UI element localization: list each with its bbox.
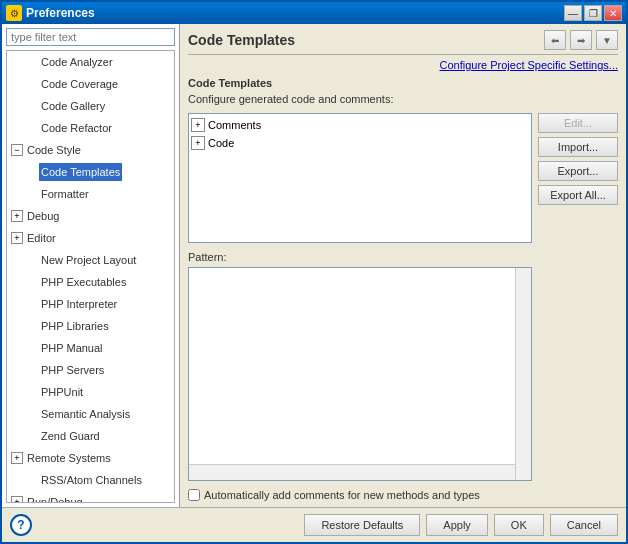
window-controls: — ❐ ✕ xyxy=(564,5,622,21)
templates-panel: +Comments+Code Pattern: xyxy=(188,113,532,481)
tree-item-zend-guard[interactable]: Zend Guard xyxy=(7,425,174,447)
tree-expander-editor[interactable]: + xyxy=(11,232,23,244)
tree-item-editor[interactable]: +Editor xyxy=(7,227,174,249)
tree-label-debug: Debug xyxy=(25,207,61,225)
template-label-comments: Comments xyxy=(208,119,261,131)
tree-container[interactable]: Code AnalyzerCode CoverageCode GalleryCo… xyxy=(6,50,175,503)
tree-item-new-project-layout[interactable]: New Project Layout xyxy=(7,249,174,271)
tree-item-php-executables[interactable]: PHP Executables xyxy=(7,271,174,293)
tree-item-code-style[interactable]: −Code Style xyxy=(7,139,174,161)
tree-label-code-templates: Code Templates xyxy=(39,163,122,181)
forward-button[interactable]: ➡ xyxy=(570,30,592,50)
side-buttons: Edit... Import... Export... Export All..… xyxy=(538,113,618,481)
template-label-code: Code xyxy=(208,137,234,149)
left-panel: Code AnalyzerCode CoverageCode GalleryCo… xyxy=(2,24,180,507)
right-header: Code Templates ⬅ ➡ ▼ xyxy=(188,30,618,55)
main-area: +Comments+Code Pattern: Edit... Import..… xyxy=(188,113,618,481)
tree-label-code-analyzer: Code Analyzer xyxy=(39,53,115,71)
tree-label-run-debug: Run/Debug xyxy=(25,493,85,503)
tree-item-debug[interactable]: +Debug xyxy=(7,205,174,227)
tree-label-zend-guard: Zend Guard xyxy=(39,427,102,445)
cancel-button[interactable]: Cancel xyxy=(550,514,618,536)
tree-item-php-interpreter[interactable]: PHP Interpreter xyxy=(7,293,174,315)
ok-button[interactable]: OK xyxy=(494,514,544,536)
tree-item-remote-systems[interactable]: +Remote Systems xyxy=(7,447,174,469)
template-item-code[interactable]: +Code xyxy=(191,134,529,152)
import-button[interactable]: Import... xyxy=(538,137,618,157)
horizontal-scrollbar[interactable] xyxy=(189,464,515,480)
section-title: Code Templates xyxy=(188,77,618,89)
tree-item-rss-atom[interactable]: RSS/Atom Channels xyxy=(7,469,174,491)
pattern-label: Pattern: xyxy=(188,251,532,263)
tree-label-remote-systems: Remote Systems xyxy=(25,449,113,467)
tree-expander-code-style[interactable]: − xyxy=(11,144,23,156)
close-button[interactable]: ✕ xyxy=(604,5,622,21)
help-button[interactable]: ? xyxy=(10,514,32,536)
page-title: Code Templates xyxy=(188,32,295,48)
tree-item-phpunit[interactable]: PHPUnit xyxy=(7,381,174,403)
tree-item-semantic-analysis[interactable]: Semantic Analysis xyxy=(7,403,174,425)
tree-item-code-analyzer[interactable]: Code Analyzer xyxy=(7,51,174,73)
tree-expander-remote-systems[interactable]: + xyxy=(11,452,23,464)
tree-label-code-gallery: Code Gallery xyxy=(39,97,107,115)
title-bar: ⚙ Preferences — ❐ ✕ xyxy=(2,2,626,24)
tree-expander-debug[interactable]: + xyxy=(11,210,23,222)
edit-button[interactable]: Edit... xyxy=(538,113,618,133)
configure-link[interactable]: Configure Project Specific Settings... xyxy=(188,59,618,71)
auto-comments-checkbox[interactable] xyxy=(188,489,200,501)
section-desc: Configure generated code and comments: xyxy=(188,93,618,105)
tree-label-editor: Editor xyxy=(25,229,58,247)
checkbox-label: Automatically add comments for new metho… xyxy=(204,489,480,501)
tree-label-semantic-analysis: Semantic Analysis xyxy=(39,405,132,423)
main-content: Code AnalyzerCode CoverageCode GalleryCo… xyxy=(2,24,626,507)
tree-item-php-libraries[interactable]: PHP Libraries xyxy=(7,315,174,337)
preferences-window: ⚙ Preferences — ❐ ✕ Code AnalyzerCode Co… xyxy=(0,0,628,544)
window-icon: ⚙ xyxy=(6,5,22,21)
export-all-button[interactable]: Export All... xyxy=(538,185,618,205)
tree-label-code-style: Code Style xyxy=(25,141,83,159)
tree-label-php-executables: PHP Executables xyxy=(39,273,128,291)
tree-label-rss-atom: RSS/Atom Channels xyxy=(39,471,144,489)
bottom-right-buttons: Restore Defaults Apply OK Cancel xyxy=(304,514,618,536)
tree-label-php-manual: PHP Manual xyxy=(39,339,105,357)
template-expander-comments[interactable]: + xyxy=(191,118,205,132)
tree-label-php-libraries: PHP Libraries xyxy=(39,317,111,335)
filter-input[interactable] xyxy=(6,28,175,46)
window-title: Preferences xyxy=(26,6,560,20)
templates-tree[interactable]: +Comments+Code xyxy=(188,113,532,243)
tree-expander-run-debug[interactable]: + xyxy=(11,496,23,503)
tree-label-new-project-layout: New Project Layout xyxy=(39,251,138,269)
tree-item-php-manual[interactable]: PHP Manual xyxy=(7,337,174,359)
tree-label-code-refactor: Code Refactor xyxy=(39,119,114,137)
tree-label-php-interpreter: PHP Interpreter xyxy=(39,295,119,313)
minimize-button[interactable]: — xyxy=(564,5,582,21)
tree-label-code-coverage: Code Coverage xyxy=(39,75,120,93)
restore-defaults-button[interactable]: Restore Defaults xyxy=(304,514,420,536)
bottom-bar: ? Restore Defaults Apply OK Cancel xyxy=(2,507,626,542)
nav-arrows: ⬅ ➡ ▼ xyxy=(544,30,618,50)
tree-label-phpunit: PHPUnit xyxy=(39,383,85,401)
tree-item-code-gallery[interactable]: Code Gallery xyxy=(7,95,174,117)
tree-item-run-debug[interactable]: +Run/Debug xyxy=(7,491,174,503)
tree-item-code-coverage[interactable]: Code Coverage xyxy=(7,73,174,95)
export-button[interactable]: Export... xyxy=(538,161,618,181)
tree-item-code-refactor[interactable]: Code Refactor xyxy=(7,117,174,139)
apply-button[interactable]: Apply xyxy=(426,514,488,536)
pattern-box[interactable] xyxy=(188,267,532,481)
tree-item-php-servers[interactable]: PHP Servers xyxy=(7,359,174,381)
tree-label-php-servers: PHP Servers xyxy=(39,361,106,379)
right-panel: Code Templates ⬅ ➡ ▼ Configure Project S… xyxy=(180,24,626,507)
tree-item-formatter[interactable]: Formatter xyxy=(7,183,174,205)
template-expander-code[interactable]: + xyxy=(191,136,205,150)
tree-label-formatter: Formatter xyxy=(39,185,91,203)
tree-item-code-templates[interactable]: Code Templates xyxy=(7,161,174,183)
checkbox-row: Automatically add comments for new metho… xyxy=(188,489,618,501)
template-item-comments[interactable]: +Comments xyxy=(191,116,529,134)
vertical-scrollbar[interactable] xyxy=(515,268,531,480)
restore-button[interactable]: ❐ xyxy=(584,5,602,21)
back-button[interactable]: ⬅ xyxy=(544,30,566,50)
menu-button[interactable]: ▼ xyxy=(596,30,618,50)
